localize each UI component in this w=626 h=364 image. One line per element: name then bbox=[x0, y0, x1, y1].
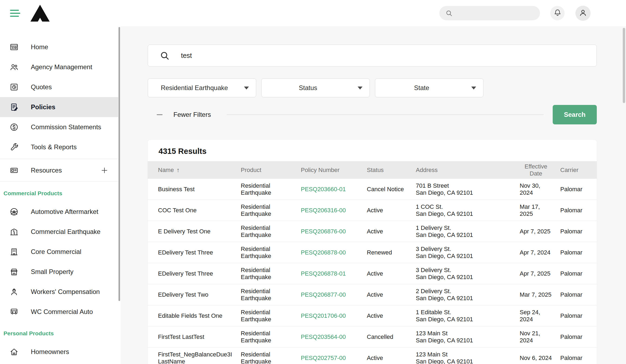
filter-dropdown-state[interactable]: State bbox=[375, 78, 483, 97]
cell-product: Residential Earthquake bbox=[241, 351, 301, 364]
column-header-carrier[interactable]: Carrier bbox=[560, 167, 597, 173]
sidebar-item-label: WC Commercial Auto bbox=[31, 308, 93, 316]
table-row[interactable]: COC Test OneResidential EarthquakePESQ20… bbox=[148, 200, 597, 221]
sidebar-item-commercial-earthquake[interactable]: Commercial Earthquake bbox=[0, 222, 118, 242]
sidebar-item-home[interactable]: Home bbox=[0, 37, 118, 57]
column-header-address[interactable]: Address bbox=[416, 167, 520, 173]
sidebar-item-core-commercial[interactable]: Core Commercial bbox=[0, 242, 118, 262]
sidebar-item-resources[interactable]: Resources bbox=[0, 159, 118, 182]
search-icon bbox=[160, 51, 170, 61]
topbar-actions bbox=[439, 6, 591, 21]
cell-carrier: Palomar bbox=[560, 270, 597, 277]
policy-number-link[interactable]: PESQ203564-00 bbox=[301, 333, 367, 340]
policy-number-link[interactable]: PESQ206316-00 bbox=[301, 207, 367, 214]
sidebar-item-label: Homeowners bbox=[31, 348, 69, 356]
cell-product: Residential Earthquake bbox=[241, 330, 301, 344]
column-header-policy-number[interactable]: Policy Number bbox=[301, 167, 367, 173]
notifications-button[interactable] bbox=[550, 6, 565, 20]
policy-number-link[interactable]: PESQ202757-00 bbox=[301, 355, 367, 362]
sidebar-item-quotes[interactable]: Quotes bbox=[0, 77, 118, 97]
home-icon bbox=[9, 42, 19, 52]
cell-status: Active bbox=[367, 207, 416, 214]
page-scrollbar[interactable] bbox=[623, 28, 625, 103]
avatar-icon bbox=[579, 8, 587, 18]
policy-number-link[interactable]: PESQ206876-00 bbox=[301, 228, 367, 235]
table-row[interactable]: EDelivery Test TwoResidential Earthquake… bbox=[148, 284, 597, 305]
filter-dropdown-status[interactable]: Status bbox=[261, 78, 370, 97]
cell-name: EDelivery Test Three bbox=[158, 270, 241, 277]
table-body: Business TestResidential EarthquakePESQ2… bbox=[148, 179, 597, 364]
fewer-filters-toggle[interactable]: Fewer Filters bbox=[173, 111, 211, 118]
filter-dropdown-product[interactable]: Residential Earthquake bbox=[148, 78, 256, 97]
table-row[interactable]: EDelivery Test ThreeResidential Earthqua… bbox=[148, 263, 597, 284]
sidebar-item-commission-statements[interactable]: Commission Statements bbox=[0, 117, 118, 137]
table-row[interactable]: Editable Fields Test OneResidential Eart… bbox=[148, 305, 597, 326]
sidebar-item-small-property[interactable]: Small Property bbox=[0, 262, 118, 282]
sidebar-nav: HomeAgency ManagementQuotesPoliciesCommi… bbox=[0, 26, 118, 157]
topbar bbox=[0, 0, 626, 26]
policy-search-input[interactable] bbox=[181, 52, 590, 59]
cell-effective-date: Apr 7, 2024 bbox=[520, 249, 560, 256]
sidebar-item-agency-management[interactable]: Agency Management bbox=[0, 57, 118, 77]
sidebar-item-wc-commercial-auto[interactable]: WC Commercial Auto bbox=[0, 302, 118, 322]
table-row[interactable]: EDelivery Test ThreeResidential Earthqua… bbox=[148, 242, 597, 263]
quake-icon bbox=[9, 227, 19, 237]
sidebar-item-label: Resources bbox=[31, 167, 62, 174]
resources-icon bbox=[9, 166, 19, 175]
cell-product: Residential Earthquake bbox=[241, 288, 301, 302]
minus-icon[interactable] bbox=[156, 111, 164, 119]
sidebar-item-workers-compensation[interactable]: Workers' Compensation bbox=[0, 282, 118, 302]
sidebar-item-label: Automotive Aftermarket bbox=[31, 208, 98, 216]
cell-status: Active bbox=[367, 312, 416, 319]
cell-status: Cancelled bbox=[367, 333, 416, 340]
sidebar-item-policies[interactable]: Policies bbox=[0, 97, 118, 117]
cell-name: FirstTest LastTest bbox=[158, 333, 241, 340]
cell-product: Residential Earthquake bbox=[241, 309, 301, 323]
topbar-search-input[interactable] bbox=[456, 10, 537, 17]
bus-icon bbox=[9, 307, 19, 317]
sidebar-item-label: Small Property bbox=[31, 268, 73, 276]
dropdown-label: Status bbox=[299, 84, 317, 92]
policy-number-link[interactable]: PESQ201706-00 bbox=[301, 312, 367, 319]
sidebar-scrollbar[interactable] bbox=[118, 27, 120, 301]
menu-icon[interactable] bbox=[10, 10, 20, 17]
cell-effective-date: Apr 7, 2025 bbox=[520, 228, 560, 235]
search-button[interactable]: Search bbox=[553, 105, 597, 124]
topbar-search[interactable] bbox=[439, 6, 540, 20]
cell-effective-date: Mar 17, 2025 bbox=[520, 203, 560, 217]
policy-number-link[interactable]: PESQ206878-01 bbox=[301, 270, 367, 277]
sidebar-item-automotive-aftermarket[interactable]: Automotive Aftermarket bbox=[0, 202, 118, 222]
table-row[interactable]: Business TestResidential EarthquakePESQ2… bbox=[148, 179, 597, 200]
sidebar-item-label: Agency Management bbox=[31, 63, 92, 71]
cell-address: 1 Editable St.San Diego, CA 92101 bbox=[416, 309, 520, 323]
policy-number-link[interactable]: PESQ206878-00 bbox=[301, 249, 367, 256]
dollar-icon bbox=[9, 122, 19, 132]
sidebar-item-homeowners[interactable]: Homeowners bbox=[0, 342, 118, 362]
expand-plus-icon[interactable] bbox=[100, 166, 108, 174]
policy-number-link[interactable]: PESQ203660-01 bbox=[301, 186, 367, 193]
cell-status: Active bbox=[367, 228, 416, 235]
column-header-status[interactable]: Status bbox=[367, 167, 416, 173]
worker-icon bbox=[9, 287, 19, 297]
sidebar-item-label: Tools & Reports bbox=[31, 143, 77, 151]
column-header-effective-date[interactable]: Effective Date bbox=[520, 163, 560, 177]
cell-product: Residential Earthquake bbox=[241, 203, 301, 217]
cell-address: 1 Delivery St.San Diego, CA 92101 bbox=[416, 224, 520, 239]
column-header-product[interactable]: Product bbox=[241, 167, 301, 173]
cell-address: 1 COC St.San Diego, CA 92101 bbox=[416, 203, 520, 217]
table-row[interactable]: FirstTest_NegBalanceDue3I LastNameReside… bbox=[148, 348, 597, 364]
sidebar-item-label: Commission Statements bbox=[31, 123, 101, 131]
house-icon bbox=[9, 347, 19, 357]
sidebar-item-tools-reports[interactable]: Tools & Reports bbox=[0, 137, 118, 157]
dropdown-label: State bbox=[414, 84, 429, 92]
account-button[interactable] bbox=[575, 6, 591, 21]
policy-search-field[interactable] bbox=[148, 45, 597, 67]
cell-product: Residential Earthquake bbox=[241, 246, 301, 260]
sidebar-item-label: Commercial Earthquake bbox=[31, 228, 100, 236]
table-row[interactable]: E Delivery Test OneResidential Earthquak… bbox=[148, 221, 597, 242]
policy-number-link[interactable]: PESQ206877-00 bbox=[301, 291, 367, 298]
table-row[interactable]: FirstTest LastTestResidential Earthquake… bbox=[148, 326, 597, 348]
cell-carrier: Palomar bbox=[560, 291, 597, 298]
cell-product: Residential Earthquake bbox=[241, 224, 301, 239]
column-header-name[interactable]: Name ↑ bbox=[158, 167, 241, 173]
